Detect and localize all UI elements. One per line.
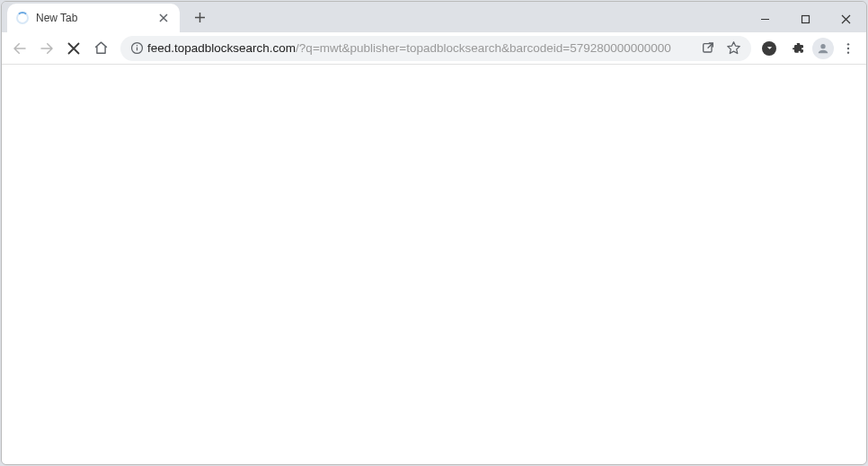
loading-spinner-icon bbox=[16, 12, 29, 24]
menu-button[interactable] bbox=[836, 36, 861, 61]
extensions-button[interactable] bbox=[785, 36, 810, 61]
bookmark-button[interactable] bbox=[721, 36, 746, 61]
browser-tab[interactable]: New Tab bbox=[7, 4, 180, 32]
svg-point-5 bbox=[820, 44, 825, 48]
address-bar[interactable]: feed.topadblocksearch.com/?q=mwt&publish… bbox=[120, 36, 751, 61]
profile-button[interactable] bbox=[812, 38, 834, 59]
svg-rect-0 bbox=[802, 15, 810, 22]
toolbar: feed.topadblocksearch.com/?q=mwt&publish… bbox=[2, 32, 866, 65]
stop-button[interactable] bbox=[61, 36, 86, 61]
search-engine-indicator-icon[interactable] bbox=[762, 41, 776, 56]
url-text: feed.topadblocksearch.com/?q=mwt&publish… bbox=[147, 41, 695, 55]
svg-rect-3 bbox=[136, 45, 137, 46]
maximize-button[interactable] bbox=[785, 5, 826, 32]
svg-point-7 bbox=[847, 47, 849, 48]
close-tab-button[interactable] bbox=[156, 11, 171, 25]
svg-rect-2 bbox=[136, 48, 137, 51]
tab-strip: New Tab bbox=[2, 2, 212, 32]
window-controls bbox=[745, 5, 866, 32]
home-button[interactable] bbox=[88, 36, 113, 61]
share-button[interactable] bbox=[695, 36, 721, 61]
svg-point-8 bbox=[847, 51, 849, 53]
back-button[interactable] bbox=[7, 36, 32, 61]
close-window-button[interactable] bbox=[826, 5, 866, 32]
tab-title: New Tab bbox=[36, 12, 156, 24]
page-content bbox=[2, 65, 866, 464]
site-info-icon[interactable] bbox=[126, 41, 147, 55]
new-tab-button[interactable] bbox=[187, 4, 212, 30]
forward-button[interactable] bbox=[34, 36, 59, 61]
minimize-button[interactable] bbox=[745, 5, 785, 32]
svg-point-6 bbox=[847, 43, 849, 45]
url-host: feed.topadblocksearch.com bbox=[147, 41, 296, 55]
titlebar: New Tab bbox=[2, 2, 866, 32]
url-path: /?q=mwt&publisher=topadblocksearch&barco… bbox=[296, 41, 671, 55]
